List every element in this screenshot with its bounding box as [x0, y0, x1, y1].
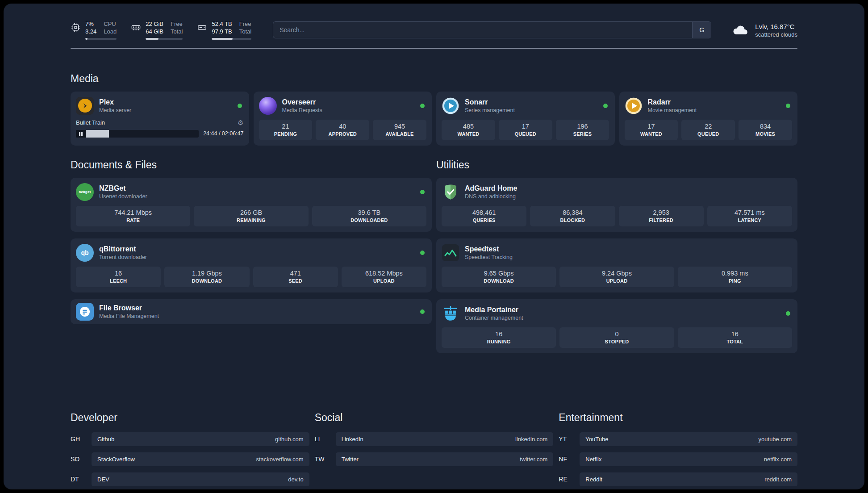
- bookmark-reddit[interactable]: RE Redditreddit.com: [559, 472, 797, 486]
- filebrowser-icon: [76, 303, 94, 321]
- stat-label: DOWNLOAD: [166, 278, 247, 284]
- stat-value: 0: [561, 330, 672, 338]
- stat-queued: 17QUEUED: [499, 120, 552, 140]
- seek-bar[interactable]: [76, 130, 199, 138]
- stats-row: 744.21 MbpsRATE 266 GBREMAINING 39.6 TBD…: [76, 206, 426, 226]
- stat-downloaded: 39.6 TBDOWNLOADED: [312, 206, 426, 226]
- search-engine-button[interactable]: G: [692, 22, 711, 38]
- section-title-documents: Documents & Files: [71, 159, 432, 171]
- stat-movies: 834MOVIES: [739, 120, 792, 140]
- app-card-sonarr: Sonarr Series management 485WANTED 17QUE…: [436, 92, 615, 146]
- stat-blocked: 86,384BLOCKED: [530, 206, 615, 226]
- stat-value: 9.24 Gbps: [561, 270, 672, 277]
- bookmark-name: YouTube: [585, 436, 608, 443]
- status-dot-online: [420, 251, 425, 255]
- stat-ping: 0.993 msPING: [678, 267, 792, 287]
- bookmark-github[interactable]: GH Githubgithub.com: [71, 432, 309, 446]
- app-link-portainer[interactable]: Media Portainer Container management: [442, 305, 792, 322]
- section-title-developer: Developer: [71, 412, 309, 424]
- stat-label: WANTED: [626, 131, 676, 137]
- social-column: Social LI LinkedInlinkedin.com TW Twitte…: [315, 412, 554, 489]
- bookmark-abbr: RE: [559, 476, 580, 483]
- bookmark-youtube[interactable]: YT YouTubeyoutube.com: [559, 432, 797, 446]
- storage-progressbar: [212, 38, 251, 40]
- stat-label: QUEUED: [501, 131, 551, 137]
- portainer-icon: [442, 305, 459, 322]
- bookmark-abbr: TW: [315, 455, 336, 463]
- stat-approved: 40APPROVED: [316, 120, 369, 140]
- gear-icon[interactable]: ⚙: [238, 119, 243, 127]
- app-link-sonarr[interactable]: Sonarr Series management: [442, 97, 609, 115]
- stat-value: 266 GB: [196, 209, 306, 216]
- stat-label: BLOCKED: [532, 217, 613, 223]
- bookmark-abbr: LI: [315, 435, 336, 443]
- weather-location: Lviv, 16.87°C: [755, 22, 797, 31]
- stat-download: 9.65 GbpsDOWNLOAD: [442, 267, 556, 287]
- status-dot-online: [786, 104, 790, 108]
- stats-row: 485WANTED 17QUEUED 196SERIES: [442, 120, 609, 140]
- bookmark-netflix[interactable]: NF Netflixnetflix.com: [559, 452, 797, 466]
- app-name: NZBGet: [99, 184, 147, 192]
- app-link-speedtest[interactable]: Speedtest Speedtest Tracking: [442, 244, 792, 262]
- stats-row: 498,461QUERIES 86,384BLOCKED 2,953FILTER…: [442, 206, 792, 226]
- app-link-filebrowser[interactable]: File Browser Media File Management: [76, 303, 426, 321]
- utilities-column: Utilities AdGuard Home DNS and adblockin…: [436, 159, 797, 360]
- app-link-nzbget[interactable]: nzbget NZBGet Usenet downloader: [76, 183, 426, 201]
- bookmark-abbr: GH: [71, 435, 92, 443]
- stat-value: 471: [255, 270, 336, 277]
- app-subtitle: Media Requests: [282, 107, 322, 113]
- bookmark-url: linkedin.com: [515, 436, 547, 443]
- topbar-divider: [71, 48, 797, 49]
- stat-queries: 498,461QUERIES: [442, 206, 526, 226]
- stat-label: QUEUED: [683, 131, 733, 137]
- app-link-adguard[interactable]: AdGuard Home DNS and adblocking: [442, 183, 792, 201]
- stat-value: 40: [317, 123, 367, 130]
- app-link-plex[interactable]: Plex Media server: [76, 97, 244, 115]
- bookmark-name: DEV: [97, 476, 109, 483]
- app-link-qbittorrent[interactable]: qb qBittorrent Torrent downloader: [76, 244, 426, 262]
- stat-label: LEECH: [78, 278, 159, 284]
- app-subtitle: Torrent downloader: [99, 254, 147, 260]
- pause-button[interactable]: [76, 130, 86, 138]
- app-link-radarr[interactable]: Radarr Movie management: [625, 97, 793, 115]
- bookmark-stackoverflow[interactable]: SO StackOverflowstackoverflow.com: [71, 452, 309, 466]
- stat-value: 744.21 Mbps: [78, 209, 188, 216]
- stat-label: PING: [680, 278, 790, 284]
- weather-widget: Lviv, 16.87°C scattered clouds: [732, 22, 797, 38]
- storage-widget: 52.4 TB 97.9 TB Free Total: [197, 21, 251, 40]
- middle-columns: Documents & Files nzbget NZBGet Usenet d…: [71, 159, 797, 360]
- search-input[interactable]: [273, 21, 711, 38]
- stat-value: 0.993 ms: [680, 270, 790, 277]
- stat-label: PENDING: [261, 131, 311, 137]
- memory-progressbar: [146, 38, 183, 40]
- stat-download: 1.19 GbpsDOWNLOAD: [164, 267, 249, 287]
- stat-label: MOVIES: [740, 131, 790, 137]
- media-card-grid: Plex Media server Bullet Train ⚙ 24:44 /…: [71, 92, 797, 146]
- storage-label: Free: [239, 21, 251, 28]
- stat-value: 1.19 Gbps: [166, 270, 247, 277]
- stats-row: 9.65 GbpsDOWNLOAD 9.24 GbpsUPLOAD 0.993 …: [442, 267, 792, 287]
- stat-label: UPLOAD: [343, 278, 425, 284]
- section-title-utilities: Utilities: [436, 159, 797, 171]
- app-link-overseerr[interactable]: Overseerr Media Requests: [259, 97, 427, 115]
- app-subtitle: Speedtest Tracking: [465, 254, 513, 260]
- bookmark-name: Reddit: [585, 476, 602, 483]
- memory-free: 22 GiB: [146, 21, 163, 28]
- cpu-load: 3.24: [85, 28, 96, 36]
- stat-value: 498,461: [443, 209, 525, 216]
- stat-upload: 9.24 GbpsUPLOAD: [559, 267, 674, 287]
- bookmark-abbr: SO: [71, 455, 92, 463]
- stat-wanted: 485WANTED: [442, 120, 495, 140]
- bookmark-twitter[interactable]: TW Twittertwitter.com: [315, 452, 554, 466]
- app-card-filebrowser: File Browser Media File Management: [71, 299, 432, 324]
- stat-pending: 21PENDING: [259, 120, 313, 140]
- app-name: Overseerr: [282, 98, 322, 106]
- bookmark-linkedin[interactable]: LI LinkedInlinkedin.com: [315, 432, 554, 446]
- stat-running: 16RUNNING: [442, 327, 556, 348]
- bookmark-dev[interactable]: DT DEVdev.to: [71, 472, 309, 486]
- memory-icon: [131, 22, 141, 33]
- stat-upload: 618.52 MbpsUPLOAD: [342, 267, 426, 287]
- nzbget-icon: nzbget: [76, 183, 94, 201]
- status-dot-online: [420, 104, 425, 108]
- app-subtitle: DNS and adblocking: [465, 193, 517, 200]
